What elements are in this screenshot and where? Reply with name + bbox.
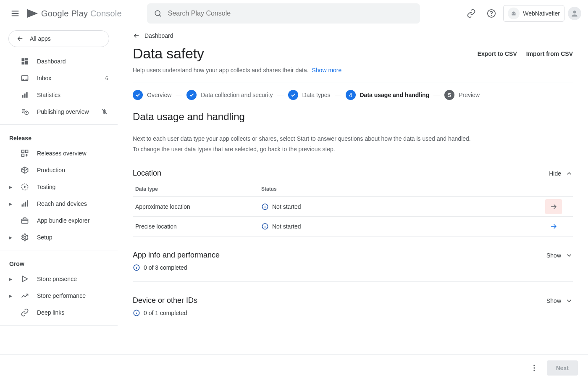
sidebar-item-label: Store performance	[37, 292, 86, 299]
sidebar-item-store-presence[interactable]: ▸ Store presence	[5, 271, 113, 287]
svg-rect-23	[27, 200, 28, 207]
svg-marker-26	[22, 276, 27, 281]
sidebar-item-label: Testing	[37, 184, 55, 190]
sidebar-item-app-bundle-explorer[interactable]: App bundle explorer	[5, 212, 113, 229]
logo-text-part2: Console	[90, 9, 122, 18]
row-status: Not started	[272, 223, 301, 230]
sidebar-item-deep-links[interactable]: Deep links	[5, 304, 113, 321]
developer-name: WebNativefier	[523, 10, 560, 17]
import-csv-button[interactable]: Import from CSV	[526, 50, 573, 57]
sidebar-item-statistics[interactable]: Statistics	[5, 87, 113, 103]
product-logo[interactable]: Google Play Console	[27, 8, 122, 19]
breadcrumb-back[interactable]: Dashboard	[133, 32, 173, 39]
sidebar-item-setup[interactable]: ▸ Setup	[5, 229, 113, 246]
page-description: Help users understand how your app colle…	[133, 67, 573, 74]
inbox-count-badge: 6	[105, 75, 108, 81]
dashboard-icon	[20, 57, 29, 66]
hamburger-menu-button[interactable]	[7, 5, 24, 22]
stepper: Overview Data collection and security Da…	[133, 90, 573, 100]
sidebar-item-label: Inbox	[37, 75, 51, 81]
table-row: Approximate location Not started	[133, 196, 573, 216]
sidebar-item-label: Publishing overview	[37, 108, 89, 115]
sidebar-item-dashboard[interactable]: Dashboard	[5, 53, 113, 70]
sidebar-item-store-performance[interactable]: ▸ Store performance	[5, 287, 113, 304]
category-title: Location	[133, 169, 161, 178]
user-avatar[interactable]	[568, 7, 581, 20]
category-toggle-hide[interactable]: Hide	[549, 170, 573, 177]
step-label: Data collection and security	[201, 92, 273, 98]
help-icon-button[interactable]	[483, 5, 500, 22]
svg-rect-6	[22, 58, 25, 61]
svg-point-3	[512, 13, 513, 14]
page-title: Data safety	[133, 45, 204, 62]
category-divider	[133, 281, 573, 282]
sidebar-item-testing[interactable]: ▸ Testing	[5, 179, 113, 195]
logo-text: Google Play Console	[41, 9, 122, 18]
category-sub-status: 0 of 3 completed	[144, 264, 187, 271]
svg-point-4	[514, 13, 515, 14]
export-csv-button[interactable]: Export to CSV	[478, 50, 517, 57]
search-icon	[154, 9, 162, 18]
page-actions: Export to CSV Import from CSV	[478, 50, 573, 57]
row-start-button[interactable]	[545, 199, 562, 214]
sidebar-item-reach-and-devices[interactable]: ▸ Reach and devices	[5, 195, 113, 212]
main-content: Dashboard Data safety Export to CSV Impo…	[118, 27, 588, 354]
sidebar-item-label: Reach and devices	[37, 200, 87, 207]
step-preview[interactable]: 5 Preview	[444, 90, 480, 100]
svg-point-2	[491, 15, 492, 16]
sidebar-item-publishing-overview[interactable]: Publishing overview	[5, 103, 113, 120]
expand-icon: ▸	[9, 200, 13, 207]
sidebar-item-label: Store presence	[37, 276, 77, 282]
svg-rect-16	[26, 150, 28, 153]
category-device-ids: Device or other IDs Show 0 of 1 complete…	[133, 296, 573, 317]
search-box[interactable]	[147, 3, 420, 24]
link-icon-button[interactable]	[463, 5, 480, 22]
category-toggle-label: Show	[546, 297, 561, 304]
sidebar-item-label: Setup	[37, 234, 52, 241]
step-overview[interactable]: Overview	[133, 90, 171, 100]
sidebar-divider	[0, 124, 118, 125]
publishing-overview-icon	[20, 107, 29, 116]
svg-rect-15	[22, 150, 24, 153]
android-icon	[508, 8, 520, 19]
chevron-down-icon	[565, 297, 573, 305]
step-label: Data types	[302, 92, 331, 98]
expand-icon: ▸	[9, 234, 13, 241]
play-triangle-icon	[27, 8, 38, 19]
svg-point-33	[533, 370, 535, 371]
step-data-collection[interactable]: Data collection and security	[186, 90, 273, 100]
expand-icon: ▸	[9, 276, 13, 282]
sidebar-group-release: Release	[5, 129, 113, 145]
chevron-down-icon	[565, 252, 573, 259]
show-more-link[interactable]: Show more	[312, 67, 341, 74]
all-apps-button[interactable]: All apps	[8, 30, 109, 47]
category-toggle-show[interactable]: Show	[546, 252, 573, 259]
step-data-types[interactable]: Data types	[288, 90, 331, 100]
step-label: Overview	[147, 92, 171, 98]
developer-account-chip[interactable]: WebNativefier	[503, 5, 564, 22]
row-data-type: Approximate location	[135, 203, 261, 210]
store-performance-icon	[20, 291, 29, 300]
testing-icon	[20, 182, 29, 192]
sidebar-item-label: App bundle explorer	[37, 217, 89, 224]
search-input[interactable]	[167, 9, 413, 18]
next-button[interactable]: Next	[547, 360, 578, 376]
inbox-icon	[20, 74, 29, 83]
svg-point-25	[24, 236, 26, 239]
breadcrumb-label: Dashboard	[144, 32, 173, 39]
category-toggle-show[interactable]: Show	[546, 297, 573, 305]
app-header: Google Play Console WebNativefier	[0, 0, 588, 27]
sidebar-item-releases-overview[interactable]: Releases overview	[5, 145, 113, 162]
footer-overflow-menu[interactable]	[527, 360, 542, 376]
sidebar-item-inbox[interactable]: Inbox 6	[5, 70, 113, 87]
row-start-button[interactable]	[545, 219, 562, 234]
expand-icon: ▸	[9, 184, 13, 190]
step-data-usage[interactable]: 4 Data usage and handling	[346, 90, 430, 100]
more-vert-icon	[530, 364, 538, 372]
svg-point-31	[533, 365, 535, 366]
publishing-disabled-icon	[101, 108, 108, 116]
sidebar-item-production[interactable]: Production	[5, 162, 113, 179]
info-icon	[261, 203, 269, 210]
arrow-right-icon	[549, 202, 558, 211]
step-check-icon	[186, 90, 197, 100]
